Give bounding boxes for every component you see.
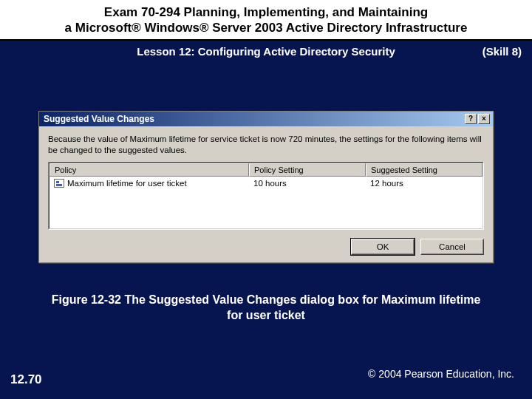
slide-header: Exam 70-294 Planning, Implementing, and …	[0, 0, 532, 41]
lesson-bar: Lesson 12: Configuring Active Directory …	[0, 41, 532, 62]
policy-icon	[54, 179, 64, 188]
dialog-message: Because the value of Maximum lifetime fo…	[39, 126, 493, 162]
header-line2: a Microsoft® Windows® Server 2003 Active…	[7, 20, 525, 35]
policy-setting: 10 hours	[249, 178, 366, 188]
suggested-setting: 12 hours	[366, 178, 482, 188]
page-number: 12.70	[10, 372, 42, 387]
close-icon[interactable]: ×	[478, 114, 490, 124]
dialog-title: Suggested Value Changes	[44, 114, 463, 124]
policy-list: Policy Policy Setting Suggested Setting …	[48, 162, 484, 230]
dialog-titlebar: Suggested Value Changes ? ×	[39, 112, 493, 126]
ok-button[interactable]: OK	[351, 239, 415, 255]
col-policy-header[interactable]: Policy	[50, 163, 249, 177]
skill-label: (Skill 8)	[482, 45, 522, 58]
cancel-button[interactable]: Cancel	[420, 239, 484, 255]
header-line1: Exam 70-294 Planning, Implementing, and …	[7, 4, 525, 20]
dialog-buttons: OK Cancel	[39, 234, 493, 262]
table-row[interactable]: Maximum lifetime for user ticket 10 hour…	[50, 177, 482, 190]
suggested-value-changes-dialog: Suggested Value Changes ? × Because the …	[38, 111, 494, 263]
copyright: © 2004 Pearson Education, Inc.	[368, 368, 514, 380]
figure-caption: Figure 12-32 The Suggested Value Changes…	[0, 293, 532, 324]
lesson-title: Lesson 12: Configuring Active Directory …	[7, 45, 525, 58]
help-icon[interactable]: ?	[465, 114, 477, 124]
dialog-screenshot: Suggested Value Changes ? × Because the …	[38, 111, 494, 263]
col-setting-header[interactable]: Policy Setting	[249, 163, 366, 177]
policy-name: Maximum lifetime for user ticket	[67, 179, 187, 188]
col-suggested-header[interactable]: Suggested Setting	[366, 163, 482, 177]
list-header: Policy Policy Setting Suggested Setting	[50, 163, 482, 177]
